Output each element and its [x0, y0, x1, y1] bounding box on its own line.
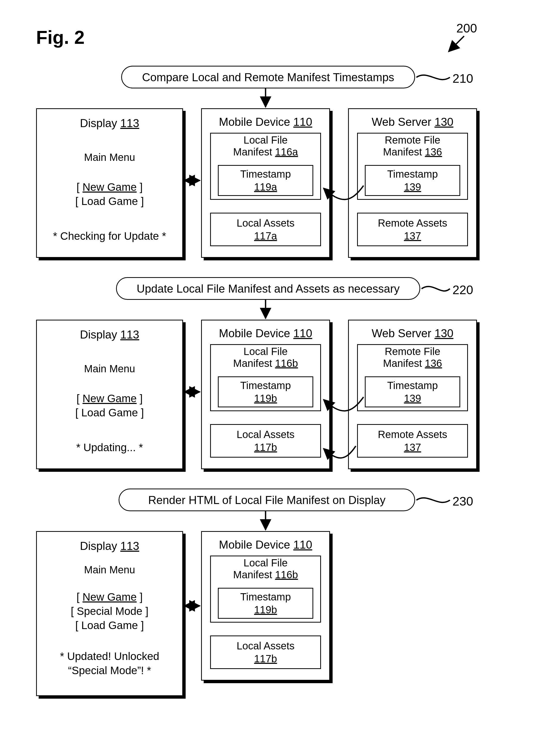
local-manifest-text-1-final: Local FileManifest 116a [210, 134, 321, 158]
step-210-capsule: Compare Local and Remote Manifest Timest… [121, 66, 415, 88]
server-title-1: Web Server 130 [348, 115, 477, 129]
server-timestamp-text-2: Timestamp 139 [365, 376, 460, 407]
step-210-text: Compare Local and Remote Manifest Timest… [142, 70, 394, 84]
menu-new-2: [ New Game ] [36, 392, 183, 406]
mobile-title-2: Mobile Device 110 [201, 326, 330, 340]
step-230-ref: 230 [452, 494, 473, 509]
status-3b: “Special Mode”! * [36, 664, 183, 678]
menu-special-3: [ Special Mode ] [36, 605, 183, 618]
menu-new-1: [ New Game ] [36, 180, 183, 194]
main-menu-label-3: Main Menu [36, 563, 183, 576]
local-manifest-text-2: Local FileManifest 116b [210, 345, 321, 369]
status-1: * Checking for Update * [36, 229, 183, 243]
remote-manifest-text-1: Remote FileManifest 136 [357, 134, 468, 158]
step-220-text: Update Local File Manifest and Assets as… [137, 282, 400, 296]
status-3a: * Updated! Unlocked [36, 650, 183, 663]
server-title-2: Web Server 130 [348, 326, 477, 340]
figure-ref-200: 200 [456, 21, 477, 36]
remote-assets-text-2: Remote Assets 137 [357, 424, 468, 458]
local-assets-text-3: Local Assets 117b [210, 635, 321, 669]
mobile-title-3: Mobile Device 110 [201, 538, 330, 552]
display-title-3: Display 113 [36, 539, 183, 553]
timestamp-text-1: Timestamp 119a [218, 165, 313, 196]
main-menu-label-1: Main Menu [36, 151, 183, 164]
main-menu-label-2: Main Menu [36, 362, 183, 375]
menu-new-3: [ New Game ] [36, 590, 183, 604]
menu-load-2: [ Load Game ] [36, 406, 183, 420]
step-210-ref: 210 [452, 71, 473, 86]
local-manifest-text-3: Local FileManifest 116b [210, 557, 321, 581]
remote-assets-text-1: Remote Assets 137 [357, 213, 468, 246]
local-assets-text-1: Local Assets 117a [210, 213, 321, 246]
timestamp-text-3: Timestamp 119b [218, 588, 313, 619]
step-230-text: Render HTML of Local File Manifest on Di… [148, 493, 385, 507]
display-title-2: Display 113 [36, 327, 183, 342]
local-assets-text-2: Local Assets 117b [210, 424, 321, 458]
remote-manifest-text-2: Remote FileManifest 136 [357, 345, 468, 369]
figure-title: Fig. 2 [36, 26, 85, 49]
mobile-title-1: Mobile Device 110 [201, 115, 330, 129]
step-220-ref: 220 [452, 282, 473, 298]
timestamp-text-2: Timestamp 119b [218, 376, 313, 407]
menu-load-3: [ Load Game ] [36, 619, 183, 632]
server-timestamp-text-1: Timestamp 139 [365, 165, 460, 196]
menu-load-1: [ Load Game ] [36, 195, 183, 208]
svg-line-0 [449, 36, 464, 52]
step-220-capsule: Update Local File Manifest and Assets as… [116, 277, 420, 300]
step-230-capsule: Render HTML of Local File Manifest on Di… [119, 489, 415, 511]
display-title-1: Display 113 [36, 116, 183, 130]
status-2: * Updating... * [36, 441, 183, 455]
